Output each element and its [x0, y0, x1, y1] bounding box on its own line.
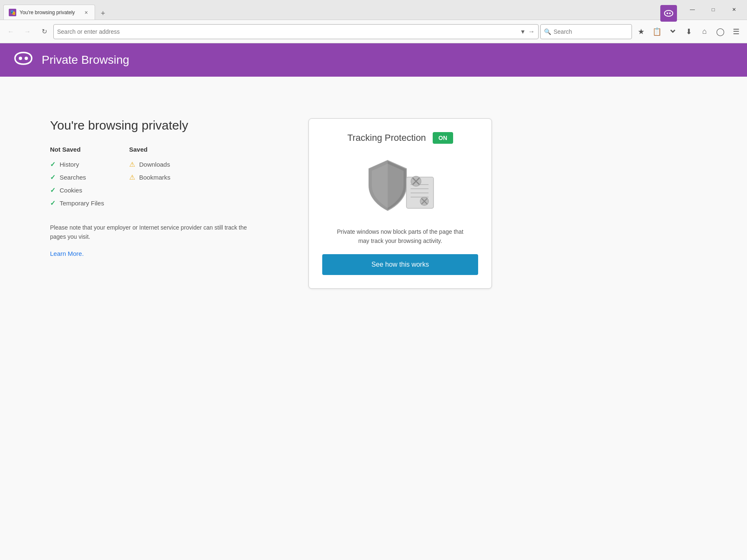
check-icon: ✓: [50, 199, 55, 207]
item-searches: Searches: [60, 174, 86, 181]
not-saved-label: Not Saved: [50, 146, 104, 153]
check-icon: ✓: [50, 160, 55, 168]
private-browsing-header: Private Browsing: [0, 43, 747, 77]
private-browsing-logo: [13, 51, 33, 70]
tab-title: You're browsing privately: [20, 10, 80, 15]
warning-icon: ⚠: [129, 160, 135, 168]
item-downloads: Downloads: [139, 161, 170, 168]
tracking-header: Tracking Protection ON: [347, 132, 453, 144]
toolbar-icons: ★ 📋 ⬇ ⌂ ◯ ☰: [634, 24, 744, 39]
tracking-description: Private windows now block parts of the p…: [333, 227, 467, 246]
list-item: ⚠ Bookmarks: [129, 171, 170, 184]
reload-button[interactable]: ↻: [37, 24, 52, 39]
browsing-privately-title: You're browsing privately: [50, 118, 283, 132]
private-browsing-title: Private Browsing: [42, 53, 129, 67]
item-temp-files: Temporary Files: [60, 200, 104, 207]
download-button[interactable]: ⬇: [681, 24, 696, 39]
close-tab-button[interactable]: ×: [83, 8, 90, 17]
address-dropdown-button[interactable]: ▼: [520, 28, 526, 35]
svg-point-3: [25, 57, 28, 60]
address-input[interactable]: [57, 28, 517, 35]
address-bar[interactable]: ▼ →: [53, 24, 539, 39]
pocket-button[interactable]: [665, 24, 680, 39]
saved-column: Saved ⚠ Downloads ⚠ Bookmarks: [129, 146, 170, 210]
tracking-protection-card: Tracking Protection ON: [308, 118, 492, 289]
svg-point-0: [667, 12, 668, 14]
not-saved-column: Not Saved ✓ History ✓ Searches ✓ Cookies…: [50, 146, 104, 210]
title-bar: You're browsing privately × + — □ ✕: [0, 0, 747, 20]
navigation-bar: ← → ↻ ▼ → 🔍 ★ 📋 ⬇ ⌂ ◯ ☰: [0, 20, 747, 43]
privacy-note: Please note that your employer or Intern…: [50, 223, 258, 242]
tab-favicon: [9, 9, 16, 16]
on-badge: ON: [433, 132, 453, 144]
item-cookies: Cookies: [60, 187, 82, 194]
close-window-button[interactable]: ✕: [724, 3, 744, 16]
clipboard-button[interactable]: 📋: [649, 24, 664, 39]
new-tab-button[interactable]: +: [97, 7, 109, 20]
go-button[interactable]: →: [528, 28, 535, 35]
main-content: You're browsing privately Not Saved ✓ Hi…: [0, 77, 747, 560]
see-how-button[interactable]: See how this works: [322, 254, 478, 275]
back-button[interactable]: ←: [3, 24, 18, 39]
search-input[interactable]: [554, 28, 612, 35]
item-bookmarks: Bookmarks: [139, 174, 170, 181]
tracking-protection-icon: [363, 156, 438, 215]
minimize-button[interactable]: —: [683, 3, 702, 16]
list-item: ✓ Cookies: [50, 184, 104, 197]
warning-icon: ⚠: [129, 173, 135, 181]
list-item: ✓ Searches: [50, 171, 104, 184]
svg-point-1: [669, 12, 671, 14]
tracking-protection-title: Tracking Protection: [347, 132, 426, 143]
svg-point-2: [19, 57, 22, 60]
chat-button[interactable]: ◯: [713, 24, 728, 39]
restore-button[interactable]: □: [704, 3, 723, 16]
forward-button[interactable]: →: [20, 24, 35, 39]
list-item: ⚠ Downloads: [129, 158, 170, 171]
tracking-icon-container: [363, 152, 438, 219]
bookmark-star-button[interactable]: ★: [634, 24, 649, 39]
menu-button[interactable]: ☰: [729, 24, 744, 39]
item-history: History: [60, 161, 79, 168]
learn-more-link[interactable]: Learn More.: [50, 250, 84, 257]
privacy-items-row: Not Saved ✓ History ✓ Searches ✓ Cookies…: [50, 146, 283, 210]
window-controls: — □ ✕: [683, 3, 744, 16]
browser-tab[interactable]: You're browsing privately ×: [3, 5, 95, 20]
left-panel: You're browsing privately Not Saved ✓ Hi…: [50, 118, 283, 518]
check-icon: ✓: [50, 173, 55, 181]
check-icon: ✓: [50, 186, 55, 194]
saved-label: Saved: [129, 146, 170, 153]
private-mode-icon: [660, 5, 677, 22]
search-bar[interactable]: 🔍: [540, 24, 632, 39]
list-item: ✓ History: [50, 158, 104, 171]
right-panel: Tracking Protection ON: [308, 118, 492, 518]
home-button[interactable]: ⌂: [697, 24, 712, 39]
search-icon: 🔍: [544, 28, 551, 35]
list-item: ✓ Temporary Files: [50, 197, 104, 210]
